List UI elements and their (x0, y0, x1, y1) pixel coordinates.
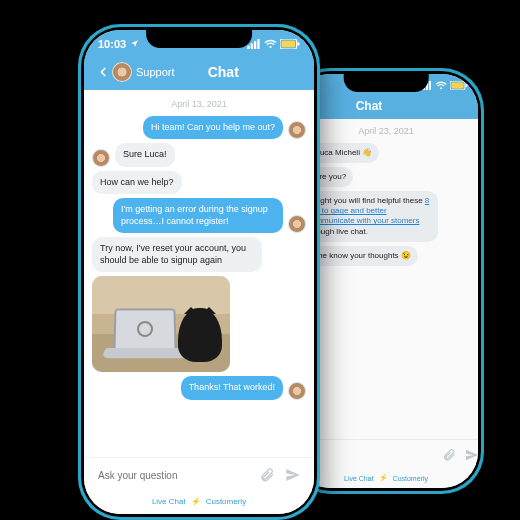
phone-primary: 10:03 Support Chat April 13, 2021 Hi (78, 24, 320, 520)
message-them: w are you? (300, 167, 472, 187)
message-them: et me know your thoughts 😉 (300, 246, 472, 266)
date-separator: April 13, 2021 (92, 99, 306, 111)
footer-right[interactable]: Customerly (393, 475, 428, 482)
stage: Chat April 23, 2021 lo Luca Micheli 👋 w … (0, 0, 520, 520)
wifi-icon (264, 39, 277, 49)
svg-rect-9 (254, 41, 256, 49)
chat-title: Chat (141, 64, 306, 80)
avatar (288, 382, 306, 400)
footer: Live Chat ⚡ Customerly (84, 492, 314, 514)
composer (84, 457, 314, 492)
message-text: I'm getting an error during the signup p… (121, 204, 268, 226)
svg-rect-7 (247, 46, 249, 49)
bolt-icon: ⚡ (191, 497, 201, 506)
message-me: I'm getting an error during the signup p… (92, 198, 306, 233)
composer-input[interactable] (96, 469, 250, 482)
notch (146, 30, 252, 48)
avatar[interactable] (112, 62, 132, 82)
back-button[interactable] (92, 65, 114, 79)
chat-title: Chat (294, 99, 472, 113)
avatar (288, 215, 306, 233)
message-them: Try now, I've reset your account, you sh… (92, 237, 306, 272)
svg-rect-3 (429, 81, 431, 90)
footer-right[interactable]: Customerly (206, 497, 246, 506)
footer: Live Chat ⚡ Customerly (294, 470, 478, 488)
conversation: April 23, 2021 lo Luca Micheli 👋 w are y… (294, 119, 478, 439)
composer (294, 439, 478, 470)
send-icon[interactable] (284, 466, 302, 484)
title-bar: Chat (294, 96, 478, 119)
footer-left[interactable]: Live Chat (344, 475, 374, 482)
notch (344, 74, 429, 92)
title-bar: Support Chat (84, 58, 314, 90)
svg-rect-5 (452, 82, 464, 88)
svg-rect-8 (251, 43, 253, 49)
svg-rect-10 (257, 39, 259, 49)
conversation[interactable]: April 13, 2021 Hi team! Can you help me … (84, 90, 314, 457)
wifi-icon (435, 81, 447, 90)
message-them: hought you will find helpful these 8 tip… (300, 191, 472, 242)
message-text: How can we help? (100, 177, 174, 187)
avatar (288, 121, 306, 139)
send-icon[interactable] (464, 446, 478, 464)
message-text: Thanks! That worked! (189, 382, 275, 392)
message-text: Sure Luca! (123, 149, 167, 159)
svg-rect-6 (466, 84, 468, 87)
bolt-icon: ⚡ (379, 474, 388, 482)
location-icon (130, 38, 139, 50)
message-text: Try now, I've reset your account, you sh… (100, 243, 246, 265)
svg-rect-13 (297, 42, 299, 45)
message-me: Thanks! That worked! (92, 376, 306, 400)
attach-icon[interactable] (442, 446, 456, 464)
composer-input[interactable] (303, 449, 434, 462)
attach-icon[interactable] (258, 466, 276, 484)
message-them: lo Luca Micheli 👋 (300, 143, 472, 163)
battery-icon (280, 39, 300, 49)
status-time: 10:03 (98, 38, 126, 50)
message-them: How can we help? (92, 171, 306, 195)
message-me: Hi team! Can you help me out? (92, 116, 306, 140)
message-text: hought you will find helpful these 8 tip… (307, 196, 429, 236)
message-them: Sure Luca! (92, 143, 306, 167)
avatar (92, 149, 110, 167)
message-image (92, 276, 306, 372)
svg-rect-12 (282, 41, 295, 48)
message-text: et me know your thoughts 😉 (307, 251, 411, 260)
footer-left[interactable]: Live Chat (152, 497, 186, 506)
date-separator: April 23, 2021 (300, 126, 472, 138)
message-text: Hi team! Can you help me out? (151, 122, 275, 132)
battery-icon (450, 81, 468, 90)
gif-attachment[interactable] (92, 276, 230, 372)
